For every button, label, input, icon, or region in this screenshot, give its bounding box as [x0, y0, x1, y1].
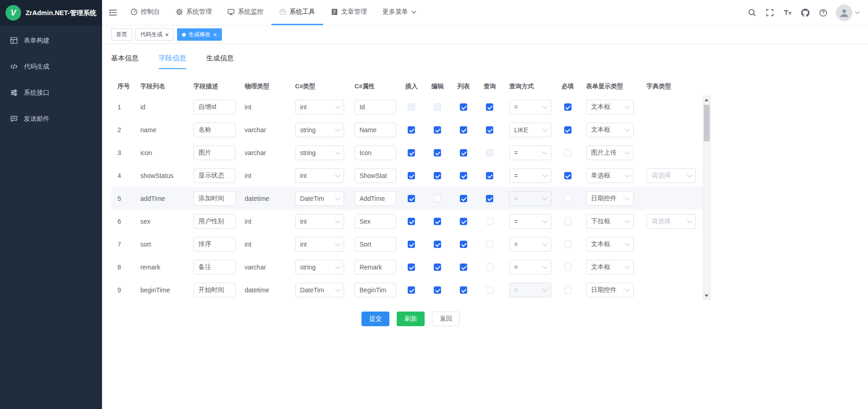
- topnav-item-3[interactable]: 系统工具: [271, 0, 323, 25]
- query-checkbox[interactable]: [486, 286, 493, 294]
- cs-prop-input[interactable]: AddTime: [355, 191, 396, 206]
- scrollbar-thumb[interactable]: [704, 105, 710, 141]
- query-checkbox[interactable]: [486, 264, 493, 271]
- fullscreen-icon[interactable]: [763, 6, 776, 20]
- query-mode-select[interactable]: =: [509, 283, 551, 297]
- back-button[interactable]: 返回: [432, 312, 460, 326]
- cs-type-select[interactable]: DateTim: [295, 191, 344, 206]
- query-checkbox[interactable]: [486, 126, 493, 134]
- list-checkbox[interactable]: [460, 286, 467, 294]
- scroll-down-icon[interactable]: [703, 292, 710, 299]
- required-checkbox[interactable]: [564, 241, 571, 248]
- required-checkbox[interactable]: [564, 195, 571, 202]
- sidebar-item-3[interactable]: 发送邮件: [0, 106, 102, 132]
- search-icon[interactable]: [745, 6, 759, 20]
- submit-button[interactable]: 提交: [361, 312, 389, 326]
- topnav-item-2[interactable]: 系统监控: [220, 0, 271, 25]
- close-icon[interactable]: ×: [213, 32, 217, 38]
- topnav-item-0[interactable]: 控制台: [123, 0, 168, 25]
- display-type-select[interactable]: 图片上传: [586, 145, 634, 160]
- query-checkbox[interactable]: [486, 172, 493, 179]
- display-type-select[interactable]: 下拉框: [586, 214, 634, 229]
- edit-checkbox[interactable]: [434, 218, 441, 225]
- app-logo[interactable]: V ZrAdmin.NET-管理系统: [0, 0, 102, 26]
- dict-type-select[interactable]: 请选择: [647, 168, 696, 183]
- refresh-button[interactable]: 刷新: [397, 312, 425, 326]
- display-type-select[interactable]: 文本框: [586, 260, 634, 274]
- insert-checkbox[interactable]: [408, 126, 415, 134]
- edit-checkbox[interactable]: [434, 241, 441, 248]
- list-checkbox[interactable]: [460, 172, 467, 179]
- display-type-select[interactable]: 日期控件: [586, 283, 634, 297]
- insert-checkbox[interactable]: [408, 264, 415, 271]
- avatar[interactable]: [836, 5, 852, 21]
- display-type-select[interactable]: 文本框: [586, 100, 634, 114]
- display-type-select[interactable]: 文本框: [586, 237, 634, 252]
- cs-type-select[interactable]: int: [295, 237, 344, 252]
- sidebar-item-0[interactable]: 表单构建: [0, 27, 102, 54]
- topnav-item-1[interactable]: 系统管理: [168, 0, 220, 25]
- query-checkbox[interactable]: [486, 241, 493, 248]
- list-checkbox[interactable]: [460, 218, 467, 225]
- scroll-up-icon[interactable]: [703, 96, 710, 103]
- edit-checkbox[interactable]: [434, 264, 441, 271]
- font-size-icon[interactable]: [781, 6, 794, 20]
- required-checkbox[interactable]: [564, 172, 571, 179]
- cs-type-select[interactable]: string: [295, 123, 344, 137]
- cs-prop-input[interactable]: Icon: [355, 145, 396, 160]
- topnav-item-5[interactable]: 更多菜单: [375, 0, 424, 25]
- required-checkbox[interactable]: [564, 286, 571, 294]
- edit-checkbox[interactable]: [434, 195, 441, 202]
- cs-prop-input[interactable]: Name: [355, 123, 396, 137]
- display-type-select[interactable]: 日期控件: [586, 191, 634, 206]
- cs-type-select[interactable]: int: [295, 100, 344, 114]
- sidebar-item-2[interactable]: 系统接口: [0, 80, 102, 106]
- cs-prop-input[interactable]: Id: [355, 100, 396, 114]
- query-mode-select[interactable]: =: [509, 145, 551, 160]
- query-checkbox[interactable]: [486, 103, 493, 111]
- sidebar-item-1[interactable]: 代码生成: [0, 54, 102, 80]
- required-checkbox[interactable]: [564, 218, 571, 225]
- field-desc-input[interactable]: 添加时间: [194, 191, 236, 206]
- list-checkbox[interactable]: [460, 195, 467, 202]
- cs-prop-input[interactable]: Remark: [355, 260, 396, 274]
- insert-checkbox[interactable]: [408, 172, 415, 179]
- cs-prop-input[interactable]: Sex: [355, 214, 396, 229]
- required-checkbox[interactable]: [564, 149, 571, 156]
- insert-checkbox[interactable]: [408, 149, 415, 156]
- query-checkbox[interactable]: [486, 195, 493, 202]
- user-menu[interactable]: [836, 5, 860, 21]
- cs-type-select[interactable]: int: [295, 214, 344, 229]
- insert-checkbox[interactable]: [408, 218, 415, 225]
- edit-checkbox[interactable]: [434, 149, 441, 156]
- cs-prop-input[interactable]: BeginTim: [355, 283, 396, 297]
- query-mode-select[interactable]: =: [509, 214, 551, 229]
- query-mode-select[interactable]: LIKE: [509, 123, 551, 137]
- tab-1[interactable]: 代码生成×: [135, 28, 174, 41]
- topnav-item-4[interactable]: 文章管理: [323, 0, 375, 25]
- query-checkbox[interactable]: [486, 218, 493, 225]
- content-tab-0[interactable]: 基本信息: [111, 54, 139, 69]
- required-checkbox[interactable]: [564, 103, 571, 111]
- list-checkbox[interactable]: [460, 149, 467, 156]
- cs-type-select[interactable]: int: [295, 168, 344, 183]
- display-type-select[interactable]: 单选框: [586, 168, 634, 183]
- menu-fold-icon[interactable]: [108, 9, 117, 16]
- field-desc-input[interactable]: 名称: [194, 123, 236, 137]
- list-checkbox[interactable]: [460, 103, 467, 111]
- query-mode-select[interactable]: =: [509, 100, 551, 114]
- cs-prop-input[interactable]: ShowStat: [355, 168, 396, 183]
- cs-type-select[interactable]: string: [295, 260, 344, 274]
- vertical-scrollbar[interactable]: [703, 96, 711, 300]
- github-icon[interactable]: [798, 6, 812, 20]
- cs-prop-input[interactable]: Sort: [355, 237, 396, 252]
- field-desc-input[interactable]: 备注: [194, 260, 236, 274]
- cs-type-select[interactable]: DateTim: [295, 283, 344, 297]
- query-mode-select[interactable]: =: [509, 168, 551, 183]
- query-mode-select[interactable]: =: [509, 237, 551, 252]
- close-icon[interactable]: ×: [165, 32, 169, 38]
- tab-0[interactable]: 首页: [111, 28, 132, 41]
- list-checkbox[interactable]: [460, 264, 467, 271]
- list-checkbox[interactable]: [460, 241, 467, 248]
- content-tab-1[interactable]: 字段信息: [159, 54, 186, 69]
